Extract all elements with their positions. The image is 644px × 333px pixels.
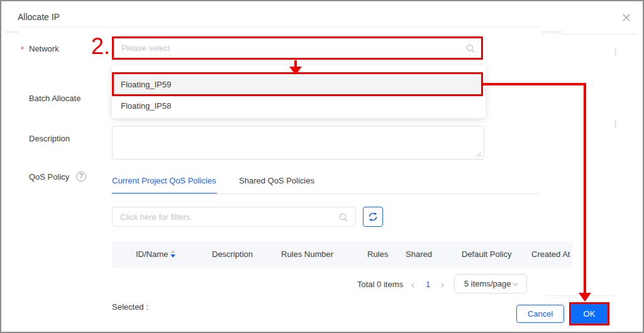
page-size-value: 5 items/page (464, 279, 511, 288)
selected-label: Selected : (112, 302, 148, 312)
column-header-id-name[interactable]: ID/Name (136, 249, 168, 259)
page-size-select[interactable]: 5 items/page (454, 274, 527, 293)
annotation-arrow-down-icon (579, 293, 591, 302)
annotation-connector-vertical (584, 83, 586, 293)
batch-allocate-label: Batch Allocate (29, 94, 80, 104)
step-annotation: 2. (91, 35, 110, 58)
network-label: Network (29, 44, 59, 54)
refresh-icon (368, 212, 378, 222)
resize-handle-icon[interactable] (475, 151, 482, 157)
description-label: Description (29, 134, 70, 144)
caret-down-icon (170, 254, 175, 258)
column-header-description: Description (212, 249, 253, 259)
tab-current-project-qos-policies[interactable]: Current Project QoS Policies (112, 176, 216, 185)
scrollbar-fragment (614, 47, 616, 56)
ok-button[interactable]: OK (571, 304, 608, 324)
background-artifact-line (5, 31, 19, 33)
column-header-shared: Shared (406, 249, 432, 259)
help-icon[interactable]: ? (76, 172, 86, 182)
dropdown-option[interactable]: Floating_IP58 (112, 96, 486, 117)
tabs-bottom-border (112, 194, 540, 194)
chevron-right-icon (439, 282, 445, 288)
annotation-connector-horizontal (482, 83, 586, 85)
pagination-total: Total 0 items (357, 280, 403, 289)
close-icon (621, 13, 631, 23)
close-button[interactable] (620, 11, 633, 24)
column-header-created-at: Created At (531, 249, 570, 259)
next-page-button[interactable] (439, 281, 445, 287)
page-number-button[interactable]: 1 (426, 280, 430, 289)
chevron-down-icon (512, 282, 519, 287)
allocate-ip-dialog: Allocate IP * Network Batch Allocate Des… (0, 0, 644, 333)
sort-icon (170, 250, 175, 258)
filter-placeholder: Click here for filters. (120, 212, 192, 222)
chevron-left-icon (410, 282, 416, 288)
cancel-button[interactable]: Cancel (516, 305, 564, 323)
caret-up-icon (170, 250, 175, 253)
description-textarea[interactable] (112, 126, 484, 160)
ok-annotation-box: OK (569, 302, 609, 325)
network-select-placeholder: Please select (121, 43, 170, 53)
title-divider (18, 26, 542, 27)
dialog-title: Allocate IP (18, 12, 60, 22)
column-header-rules: Rules (367, 249, 388, 259)
qos-policy-label: QoS Policy (29, 172, 69, 182)
prev-page-button[interactable] (410, 281, 416, 287)
scrollbar-fragment (614, 119, 616, 129)
filter-input[interactable]: Click here for filters. (112, 207, 356, 227)
search-icon (466, 44, 475, 53)
refresh-button[interactable] (363, 207, 383, 227)
background-artifact-line (562, 34, 637, 35)
search-icon (339, 213, 348, 222)
network-annotation-box: Please select (112, 36, 483, 60)
background-artifact-line (542, 31, 562, 34)
column-header-default-policy: Default Policy (462, 249, 511, 259)
tab-shared-qos-policies[interactable]: Shared QoS Policies (239, 176, 314, 185)
required-mark: * (21, 45, 24, 54)
network-select[interactable]: Please select (114, 38, 481, 58)
option-annotation-box (112, 72, 483, 96)
column-header-rules-number: Rules Number (281, 249, 333, 259)
